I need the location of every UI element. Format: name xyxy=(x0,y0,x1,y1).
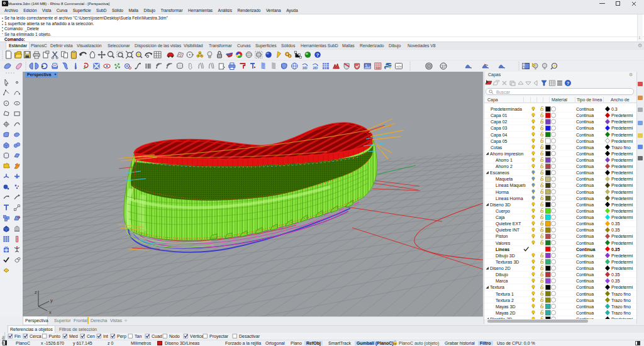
svg-text:Continua: Continua xyxy=(576,285,594,289)
svg-text:Predetermi: Predetermi xyxy=(611,241,633,245)
svg-text:Lineas: Lineas xyxy=(496,247,509,252)
svg-text:Diseno 3D: Diseno 3D xyxy=(490,203,511,207)
svg-text:Continua: Continua xyxy=(576,139,594,143)
svg-text:Refe...: Refe... xyxy=(1,332,6,344)
svg-text:Predetermi: Predetermi xyxy=(611,120,633,124)
svg-text:Predetermi: Predetermi xyxy=(611,234,633,238)
svg-text:Ahorro 1: Ahorro 1 xyxy=(496,158,513,162)
svg-text:Med: Med xyxy=(69,334,78,338)
svg-text:y: y xyxy=(50,298,53,303)
svg-text:Lineas Maquetı: Lineas Maquetı xyxy=(496,183,526,188)
svg-text:Predetermi: Predetermi xyxy=(611,203,633,207)
svg-text:Continua: Continua xyxy=(576,304,594,309)
svg-text:2D: 2D xyxy=(313,66,318,70)
svg-text:Trazo fino: Trazo fino xyxy=(611,304,631,309)
svg-text:Continua: Continua xyxy=(576,158,594,162)
svg-text:Continua: Continua xyxy=(576,177,594,181)
svg-text:Quiebre EXT: Quiebre EXT xyxy=(496,221,521,226)
svg-text:0.3: 0.3 xyxy=(611,107,618,111)
svg-text:Mayas 2D: Mayas 2D xyxy=(496,311,516,316)
svg-text:Continua: Continua xyxy=(576,279,594,283)
svg-text:Capa 04: Capa 04 xyxy=(491,133,508,138)
svg-text:Ahorro 2: Ahorro 2 xyxy=(496,164,513,169)
svg-text:Continua: Continua xyxy=(576,152,594,156)
svg-text:Quiebre INT: Quiebre INT xyxy=(496,228,520,233)
svg-text:Continua: Continua xyxy=(576,145,594,150)
svg-text:Continua: Continua xyxy=(576,126,594,130)
svg-text:Continua: Continua xyxy=(576,241,594,245)
svg-text:?: ? xyxy=(567,81,570,86)
svg-text:Continua: Continua xyxy=(576,228,594,232)
svg-text:Valores: Valores xyxy=(496,241,511,245)
svg-text:Predetermi: Predetermi xyxy=(611,152,633,156)
svg-text:Textura 2: Textura 2 xyxy=(496,298,514,303)
svg-text:0.35: 0.35 xyxy=(611,247,620,252)
svg-text:Capa 01: Capa 01 xyxy=(491,113,508,118)
svg-text:Predetermi: Predetermi xyxy=(611,170,633,175)
svg-text:Capa 03: Capa 03 xyxy=(491,126,508,131)
svg-text:103: 103 xyxy=(375,67,380,70)
svg-text:Predetermi: Predetermi xyxy=(611,317,633,319)
svg-text:Cerca: Cerca xyxy=(30,334,42,338)
svg-text:Continua: Continua xyxy=(576,317,594,319)
svg-text:Lineas Horma: Lineas Horma xyxy=(496,196,523,201)
svg-text:Fin: Fin xyxy=(14,334,21,338)
svg-text:Continua: Continua xyxy=(576,133,594,137)
svg-text:Escaneos: Escaneos xyxy=(490,170,509,175)
svg-text:Horma: Horma xyxy=(496,190,509,194)
svg-text:37: 37 xyxy=(441,64,447,69)
svg-text:Predetermi: Predetermi xyxy=(611,113,633,118)
svg-text:Cen: Cen xyxy=(87,334,95,338)
svg-text:Capa 05: Capa 05 xyxy=(491,139,508,144)
svg-text:Continua: Continua xyxy=(576,260,594,264)
svg-text:Predetermi: Predetermi xyxy=(611,190,633,194)
svg-text:Predetermi: Predetermi xyxy=(611,139,633,143)
svg-text:Continua: Continua xyxy=(576,164,594,169)
svg-text:Punto: Punto xyxy=(49,334,60,338)
svg-text:0.35: 0.35 xyxy=(611,272,620,277)
svg-text:Nodo: Nodo xyxy=(169,334,180,338)
svg-text:Continua: Continua xyxy=(576,209,594,213)
svg-text:?: ? xyxy=(316,52,319,58)
svg-text:Proyectar: Proyectar xyxy=(209,334,229,339)
svg-text:Plantilla 2D: Plantilla 2D xyxy=(490,317,512,319)
svg-text:0.35: 0.35 xyxy=(611,279,620,283)
svg-text:Continua: Continua xyxy=(576,254,594,258)
svg-text:</>: </> xyxy=(396,65,402,69)
svg-text:Continua: Continua xyxy=(576,215,594,220)
svg-text:Predetermi: Predetermi xyxy=(611,215,633,220)
svg-text:Perp: Perp xyxy=(117,334,126,339)
svg-text:Cotas: Cotas xyxy=(491,145,502,150)
svg-text:Diseno 2D: Diseno 2D xyxy=(490,266,511,271)
svg-text:Piston: Piston xyxy=(496,234,508,238)
svg-text:Predetermi: Predetermi xyxy=(611,254,633,258)
svg-text:Trazo fino: Trazo fino xyxy=(611,292,631,296)
svg-text:Capa 02: Capa 02 xyxy=(491,120,508,125)
svg-text:Trazo fino: Trazo fino xyxy=(611,298,631,303)
svg-text:Maqueta: Maqueta xyxy=(496,177,513,182)
svg-text:Dibujo 3D: Dibujo 3D xyxy=(496,254,515,259)
svg-text:Vértice: Vértice xyxy=(190,334,204,338)
svg-text:Predetermi: Predetermi xyxy=(611,209,633,213)
svg-text:Ahorro impresion: Ahorro impresion xyxy=(490,152,523,157)
svg-text:Predeterminada: Predeterminada xyxy=(491,107,522,111)
svg-text:Dibujo: Dibujo xyxy=(496,272,508,277)
svg-text:Trazo fino: Trazo fino xyxy=(611,311,631,315)
svg-text:Continua: Continua xyxy=(576,107,594,111)
svg-text:Predetermi: Predetermi xyxy=(611,177,633,181)
svg-text:Continua: Continua xyxy=(576,113,594,118)
svg-text:Predetermi: Predetermi xyxy=(611,196,633,201)
svg-text:Predetermi: Predetermi xyxy=(611,126,633,130)
svg-text:Continua: Continua xyxy=(576,203,594,207)
svg-text:Tan: Tan xyxy=(135,334,142,338)
svg-text:Predetermi: Predetermi xyxy=(611,266,633,271)
svg-text:Trazo fino: Trazo fino xyxy=(611,145,631,150)
svg-text:Predetermi: Predetermi xyxy=(611,164,633,169)
svg-text:Marca: Marca xyxy=(496,279,508,283)
svg-text:Predetermi: Predetermi xyxy=(611,158,633,162)
svg-text:Int: Int xyxy=(103,334,108,338)
svg-text:Textura 1: Textura 1 xyxy=(496,292,514,296)
svg-text:Continua: Continua xyxy=(576,234,594,238)
svg-text:0.35: 0.35 xyxy=(611,221,620,226)
svg-text:Desactivar: Desactivar xyxy=(239,334,260,338)
